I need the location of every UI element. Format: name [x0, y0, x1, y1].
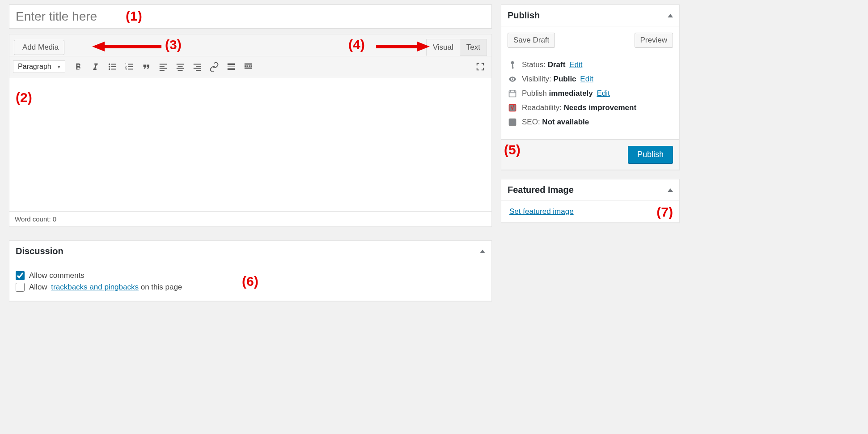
edit-visibility-link[interactable]: Edit [580, 75, 593, 83]
discussion-box: Discussion Allow comments Allow trackbac… [9, 240, 492, 301]
add-media-button[interactable]: Add Media [14, 40, 64, 55]
trackbacks-link[interactable]: trackbacks and pingbacks [51, 283, 139, 291]
svg-point-6 [108, 66, 110, 68]
svg-rect-18 [159, 66, 164, 67]
discussion-title: Discussion [16, 246, 64, 256]
seo-value: Not available [542, 118, 589, 126]
svg-point-5 [108, 64, 110, 65]
numbered-list-button[interactable]: 123 [122, 59, 137, 74]
editor-tabs: Visual Text [427, 39, 487, 56]
readability-row: Readability: Needs improvement [508, 103, 673, 112]
svg-rect-35 [249, 65, 250, 67]
editor-container: Add Media Visual Text (3) (4) [9, 34, 492, 227]
status-value: Draft [548, 60, 566, 69]
allow-trackbacks-row[interactable]: Allow trackbacks and pingbacks on this p… [16, 283, 485, 292]
tab-visual[interactable]: Visual [426, 39, 460, 56]
link-button[interactable] [207, 59, 222, 74]
svg-rect-22 [178, 66, 182, 67]
align-right-button[interactable] [190, 59, 205, 74]
svg-text:3: 3 [125, 68, 127, 71]
svg-rect-28 [196, 70, 201, 71]
title-container: (1) [9, 4, 492, 29]
add-media-label: Add Media [22, 43, 59, 52]
svg-rect-27 [193, 68, 201, 69]
allow-comments-row[interactable]: Allow comments [16, 271, 485, 280]
svg-rect-20 [159, 70, 164, 71]
svg-rect-34 [246, 65, 248, 67]
edit-publish-date-link[interactable]: Edit [597, 89, 610, 98]
svg-rect-37 [244, 68, 252, 69]
svg-rect-33 [244, 65, 246, 67]
svg-rect-8 [111, 64, 116, 65]
allow-trackbacks-prefix: Allow [29, 283, 49, 291]
format-select-label: Paragraph [18, 63, 51, 71]
bold-button[interactable] [71, 59, 86, 74]
fullscreen-button[interactable] [473, 59, 488, 74]
svg-rect-30 [227, 66, 235, 67]
yoast-icon [508, 103, 517, 112]
featured-image-box: Featured Image Set featured image (7) [501, 179, 680, 223]
visibility-label: Visibility: [522, 75, 551, 83]
svg-rect-26 [196, 66, 201, 67]
post-title-input[interactable] [16, 8, 485, 26]
annotation-5: (5) [504, 142, 521, 157]
save-draft-button[interactable]: Save Draft [508, 33, 555, 48]
svg-point-38 [512, 78, 513, 80]
publish-header[interactable]: Publish [501, 5, 679, 26]
publish-date-value: immediately [549, 89, 593, 98]
editor-content-area[interactable]: (2) [9, 77, 491, 212]
collapse-icon [668, 14, 673, 17]
svg-rect-39 [509, 91, 516, 97]
italic-button[interactable] [88, 59, 103, 74]
featured-image-header[interactable]: Featured Image [501, 179, 679, 201]
svg-rect-29 [227, 64, 235, 65]
allow-trackbacks-checkbox[interactable] [16, 283, 25, 292]
read-more-button[interactable] [224, 59, 239, 74]
status-label: Status: [522, 60, 546, 69]
word-count-value: 0 [53, 215, 56, 223]
publish-title: Publish [508, 10, 540, 21]
readability-value: Needs improvement [564, 103, 637, 112]
align-center-button[interactable] [173, 59, 188, 74]
publish-actions: (5) Publish [501, 139, 679, 170]
svg-rect-14 [128, 64, 133, 65]
format-select[interactable]: Paragraph [13, 60, 65, 73]
svg-rect-24 [178, 70, 182, 71]
svg-rect-21 [176, 64, 184, 65]
svg-rect-17 [159, 64, 167, 65]
allow-trackbacks-label: Allow trackbacks and pingbacks on this p… [29, 283, 182, 292]
seo-label: SEO: [522, 118, 540, 126]
tab-text[interactable]: Text [460, 39, 487, 56]
eye-icon [508, 75, 517, 84]
collapse-icon [668, 188, 673, 192]
preview-button[interactable]: Preview [635, 33, 673, 48]
editor-status-bar: Word count: 0 [9, 212, 491, 226]
publish-button[interactable]: Publish [628, 146, 673, 163]
word-count-label: Word count: [15, 215, 51, 223]
svg-rect-9 [111, 66, 116, 67]
svg-rect-23 [176, 68, 184, 69]
svg-rect-15 [128, 66, 133, 67]
discussion-header[interactable]: Discussion [9, 241, 491, 262]
toolbar-toggle-button[interactable] [241, 59, 256, 74]
visibility-value: Public [554, 75, 576, 83]
publish-date-label: Publish [522, 89, 547, 98]
publish-box: Publish Save Draft Preview Status: Draft… [501, 4, 680, 170]
svg-rect-19 [159, 68, 167, 69]
align-left-button[interactable] [156, 59, 171, 74]
set-featured-image-link[interactable]: Set featured image [509, 207, 574, 216]
annotation-2: (2) [16, 90, 32, 105]
readability-label: Readability: [522, 103, 562, 112]
allow-comments-checkbox[interactable] [16, 271, 25, 280]
blockquote-button[interactable] [139, 59, 154, 74]
svg-rect-36 [250, 65, 252, 67]
svg-rect-10 [111, 69, 116, 70]
edit-status-link[interactable]: Edit [569, 60, 582, 69]
svg-point-7 [108, 68, 110, 70]
allow-trackbacks-suffix: on this page [139, 283, 182, 291]
bullet-list-button[interactable] [105, 59, 120, 74]
status-row: Status: Draft Edit [508, 60, 673, 69]
featured-image-title: Featured Image [508, 185, 574, 195]
svg-rect-25 [193, 64, 201, 65]
svg-rect-16 [128, 69, 133, 70]
